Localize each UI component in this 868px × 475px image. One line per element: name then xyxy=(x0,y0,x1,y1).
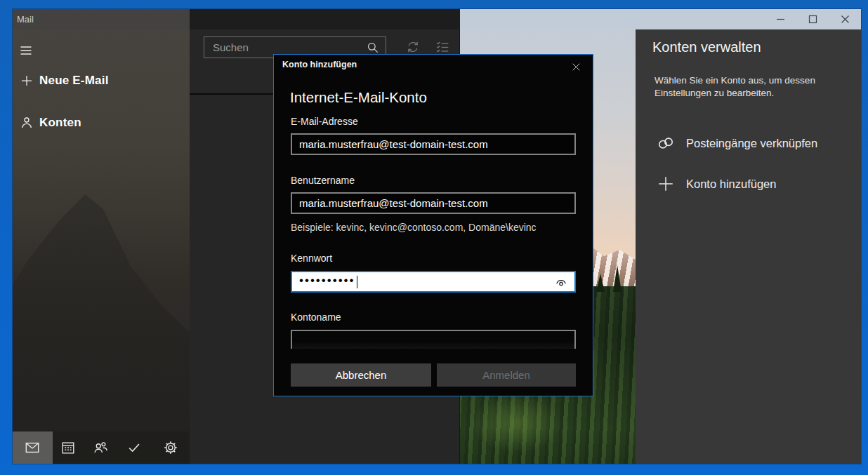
username-value: maria.musterfrau@test-domain-test.com xyxy=(299,197,488,209)
email-value: maria.musterfrau@test-domain-test.com xyxy=(299,138,488,150)
link-inboxes-label: Posteingänge verknüpfen xyxy=(686,137,817,150)
titlebar: Mail xyxy=(13,9,861,29)
account-name-label: Kontoname xyxy=(291,312,341,323)
nav-calendar-button[interactable] xyxy=(53,431,84,464)
plus-icon xyxy=(657,175,675,193)
panel-title: Konten verwalten xyxy=(652,39,761,55)
password-field[interactable]: •••••••••• xyxy=(291,271,576,293)
panel-description: Wählen Sie ein Konto aus, um dessen Eins… xyxy=(655,74,829,99)
link-inboxes-button[interactable]: Posteingänge verknüpfen xyxy=(636,128,861,159)
nav-todo-button[interactable] xyxy=(117,431,152,464)
mail-icon xyxy=(25,440,40,455)
search-placeholder: Suchen xyxy=(213,41,366,53)
close-icon xyxy=(839,13,851,25)
password-label: Kennwort xyxy=(291,253,332,264)
password-masked-value: •••••••••• xyxy=(299,274,355,288)
dialog-close-button[interactable] xyxy=(565,58,587,76)
menu-button[interactable] xyxy=(17,41,42,60)
sidebar-item-accounts[interactable]: Konten xyxy=(13,109,190,136)
reveal-eye-icon xyxy=(554,276,568,290)
checklist-icon xyxy=(435,39,450,55)
text-cursor xyxy=(357,276,358,288)
reveal-password-button[interactable] xyxy=(552,274,570,291)
close-icon xyxy=(571,62,581,72)
add-account-dialog: Konto hinzufügen Internet-E-Mail-Konto E… xyxy=(273,54,593,396)
maximize-icon xyxy=(807,13,819,25)
new-email-button[interactable]: Neue E-Mail xyxy=(13,67,190,94)
nav-people-button[interactable] xyxy=(84,431,117,464)
sync-icon xyxy=(405,39,421,55)
plus-icon xyxy=(20,74,34,88)
nav-settings-button[interactable] xyxy=(152,431,190,464)
hamburger-icon xyxy=(18,44,34,58)
close-button[interactable] xyxy=(829,9,861,29)
app-title: Mail xyxy=(17,14,34,25)
titlebar-middle xyxy=(190,9,460,29)
sidebar: Neue E-Mail Konten xyxy=(13,29,190,464)
dialog-header: Konto hinzufügen xyxy=(282,60,357,69)
titlebar-right xyxy=(460,9,861,29)
mail-app-window: Mail xyxy=(13,9,861,464)
add-account-label: Konto hinzufügen xyxy=(686,178,776,191)
link-icon xyxy=(657,134,675,152)
calendar-icon xyxy=(60,440,76,455)
search-icon xyxy=(366,41,380,55)
dialog-title: Internet-E-Mail-Konto xyxy=(290,89,427,106)
manage-accounts-panel: Konten verwalten Wählen Sie ein Konto au… xyxy=(636,29,861,464)
checkmark-icon xyxy=(126,440,142,455)
sign-in-button[interactable]: Anmelden xyxy=(437,363,576,387)
email-field[interactable]: maria.musterfrau@test-domain-test.com xyxy=(291,133,576,155)
person-icon xyxy=(20,116,34,130)
desktop-background: Mail xyxy=(0,0,868,475)
maximize-button[interactable] xyxy=(796,9,829,29)
forest-highlight xyxy=(471,393,562,453)
account-name-field[interactable] xyxy=(291,330,576,349)
cancel-button[interactable]: Abbrechen xyxy=(291,363,431,387)
username-hint: Beispiele: kevinc, kevinc@contoso.com, D… xyxy=(291,222,537,233)
email-label: E-Mail-Adresse xyxy=(291,116,358,127)
add-account-button[interactable]: Konto hinzufügen xyxy=(636,168,861,199)
nav-mail-button[interactable] xyxy=(13,431,53,464)
accounts-label: Konten xyxy=(39,116,81,130)
minimize-icon xyxy=(775,13,787,25)
titlebar-left: Mail xyxy=(13,9,190,29)
people-icon xyxy=(93,440,108,455)
sidebar-background-mountain xyxy=(13,186,190,464)
minimize-button[interactable] xyxy=(764,9,796,29)
username-label: Benutzername xyxy=(291,175,355,186)
username-field[interactable]: maria.musterfrau@test-domain-test.com xyxy=(291,192,576,214)
gear-icon xyxy=(163,440,178,455)
new-email-label: Neue E-Mail xyxy=(39,74,109,88)
bottom-navigation xyxy=(13,431,190,464)
